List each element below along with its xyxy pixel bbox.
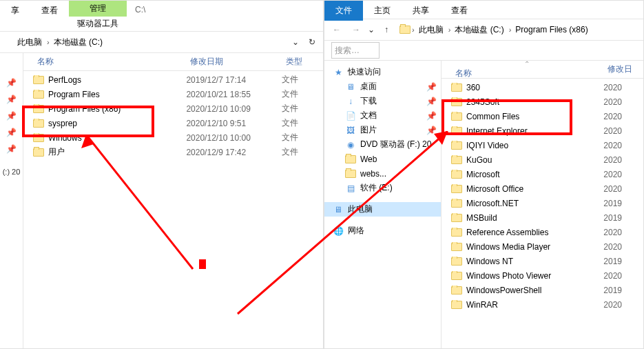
sidebar-item-network[interactable]: 🌐网络 [324, 223, 441, 238]
folder-icon [33, 119, 44, 128]
modified-date: 2020/12/10 10:09 [186, 104, 282, 114]
chevron-right-icon: › [508, 26, 513, 34]
table-row[interactable]: Program Files2020/10/21 18:55文件 [23, 87, 323, 101]
sidebar-item[interactable]: ↓下载📌 [324, 94, 441, 108]
star-icon: ★ [333, 67, 344, 78]
folder-icon [451, 257, 462, 266]
address-dropdown-button[interactable]: ⌄ [287, 33, 304, 51]
file-name: sysprep [48, 119, 77, 128]
breadcrumb[interactable]: › 此电脑 › 本地磁盘 (C:) › Program Files (x86) [396, 21, 641, 38]
file-name: 2345Soft [466, 97, 499, 107]
history-dropdown[interactable]: ⌄ [366, 21, 377, 39]
modified-date: 2020 [603, 141, 643, 150]
sidebar-item[interactable]: ★快速访问 [324, 65, 441, 79]
file-name: Reference Assemblies [466, 228, 548, 237]
table-row[interactable]: Common Files2020 [442, 109, 643, 123]
table-row[interactable]: Windows Media Player2020 [442, 239, 643, 254]
forward-button[interactable]: → [346, 21, 366, 39]
sort-caret-icon: ⌃ [524, 61, 530, 68]
folder-icon [451, 170, 462, 179]
ribbon-tab[interactable]: 享 [0, 1, 30, 31]
ribbon-tab[interactable]: 主页 [363, 1, 402, 21]
table-row[interactable]: Windows Photo Viewer2020 [442, 268, 643, 283]
folder-icon [451, 112, 462, 121]
sidebar-item-this-pc[interactable]: 🖥此电脑 [324, 202, 441, 217]
sidebar-item[interactable]: ◉DVD 驱动器 (F:) 20 [324, 137, 441, 152]
folder-icon [33, 148, 44, 157]
table-row[interactable]: PerfLogs2019/12/7 17:14文件 [23, 72, 323, 87]
sidebar-item-label: 此电脑 [348, 203, 373, 215]
ribbon-tab[interactable]: 查看 [30, 1, 69, 31]
table-row[interactable]: Microsoft2020 [442, 167, 643, 181]
file-name: Windows Photo Viewer [466, 271, 551, 281]
breadcrumb-item[interactable]: 本地磁盘 (C:) [51, 37, 106, 48]
sidebar-item[interactable]: 📄文档📌 [324, 108, 441, 123]
ribbon-manage-tab[interactable]: 管理 [69, 1, 127, 17]
file-name: MSBuild [466, 213, 497, 223]
folder-icon [451, 185, 462, 193]
file-type: 文件 [282, 74, 323, 86]
sidebar-item-label: 文档 [360, 110, 377, 121]
modified-date: 2020 [603, 126, 643, 136]
table-row[interactable]: sysprep2020/12/10 9:51文件 [23, 116, 323, 130]
sidebar-item[interactable]: webs... [324, 166, 441, 181]
table-row[interactable]: Internet Explorer2020 [442, 123, 643, 138]
modified-date: 2019/12/7 17:14 [186, 75, 282, 85]
modified-date: 2020/12/10 10:00 [186, 133, 282, 143]
file-name: 360 [466, 83, 480, 92]
up-button[interactable]: ↑ [377, 21, 396, 39]
sidebar-item[interactable]: Web [324, 152, 441, 166]
sidebar-item[interactable]: 🖥桌面📌 [324, 79, 441, 94]
table-row[interactable]: IQIYI Video2020 [442, 138, 643, 152]
breadcrumb-item[interactable]: 此电脑 [14, 37, 45, 48]
ribbon-tab[interactable]: 查看 [440, 1, 479, 21]
folder-icon [451, 301, 462, 309]
table-row[interactable]: Microsoft.NET2019 [442, 196, 643, 210]
table-row[interactable]: Program Files (x86)2020/12/10 10:09文件 [23, 101, 323, 116]
disc-icon: ◉ [345, 139, 356, 150]
table-row[interactable]: Microsoft Office2020 [442, 181, 643, 196]
modified-date: 2020/12/9 17:42 [186, 148, 282, 157]
search-input[interactable]: 搜索… [331, 42, 380, 59]
explorer-window-right: 文件 主页 共享 查看 ← → ⌄ ↑ › 此电脑 › 本地磁盘 (C:) › … [324, 0, 644, 349]
file-name: WinRAR [466, 300, 498, 310]
table-row[interactable]: WinRAR2020 [442, 297, 643, 312]
table-row[interactable]: WindowsPowerShell2019 [442, 283, 643, 297]
sidebar-item[interactable]: 🖼图片📌 [324, 123, 441, 137]
column-headers[interactable]: 名称 修改日期 类型 [23, 53, 323, 71]
pin-icon: 📌 [426, 111, 437, 121]
ribbon: 文件 主页 共享 查看 [324, 1, 643, 19]
table-row[interactable]: KuGou2020 [442, 152, 643, 167]
table-row[interactable]: Windows2020/12/10 10:00文件 [23, 130, 323, 145]
table-row[interactable]: MSBuild2019 [442, 210, 643, 225]
pin-icon: 📌 [8, 144, 16, 154]
table-row[interactable]: 3602020 [442, 80, 643, 94]
folder-icon [451, 141, 462, 150]
folder-icon [451, 214, 462, 222]
modified-date: 2020 [603, 155, 643, 165]
table-row[interactable]: Windows NT2019 [442, 254, 643, 268]
file-name: WindowsPowerShell [466, 286, 541, 295]
table-row[interactable]: 2345Soft2020 [442, 94, 643, 109]
sidebar-item[interactable]: ▤软件 (E:) [324, 181, 441, 195]
breadcrumb-item[interactable]: 此电脑 [416, 24, 447, 36]
sidebar-item-label: 网络 [348, 225, 364, 237]
chevron-right-icon: › [45, 38, 51, 46]
refresh-button[interactable]: ↻ [304, 33, 320, 51]
column-headers[interactable]: ⌃名称 修改日 [442, 61, 643, 79]
breadcrumb-item[interactable]: Program Files (x86) [512, 25, 591, 34]
ribbon-tab-file[interactable]: 文件 [324, 1, 363, 21]
modified-date: 2019 [603, 286, 643, 295]
file-type: 文件 [282, 132, 323, 143]
back-button[interactable]: ← [327, 21, 346, 39]
table-row[interactable]: 用户2020/12/9 17:42文件 [23, 145, 323, 159]
ribbon-drive-tools[interactable]: 驱动器工具 [70, 17, 125, 31]
file-type: 文件 [282, 146, 323, 158]
breadcrumb-item[interactable]: 本地磁盘 (C:) [452, 24, 507, 36]
table-row[interactable]: Reference Assemblies2020 [442, 225, 643, 239]
sidebar-item-label: 下载 [360, 95, 377, 107]
nav-pane-collapsed: 📌 📌 📌 📌 📌 (:) 20 [0, 53, 23, 348]
breadcrumb[interactable]: 此电脑 › 本地磁盘 (C:) [11, 34, 287, 50]
ribbon-tab[interactable]: 共享 [402, 1, 440, 21]
folder-icon [451, 98, 462, 106]
